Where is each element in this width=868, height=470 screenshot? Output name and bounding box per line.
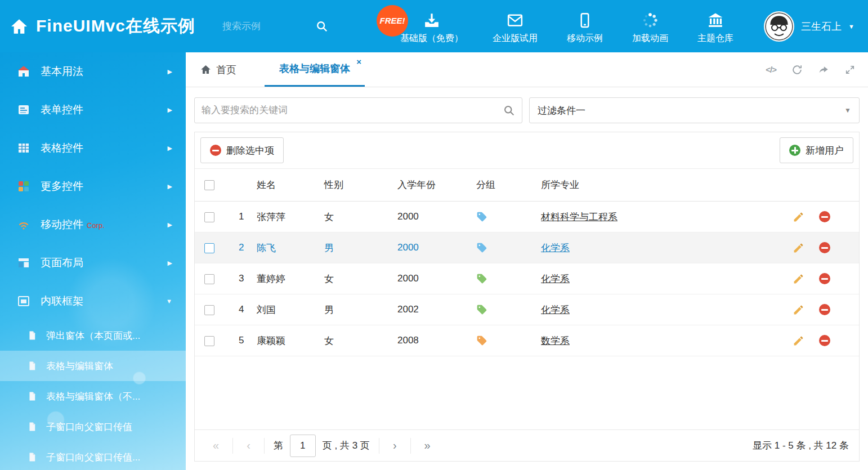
table-row[interactable]: 3 董婷婷 女 2000 化学系 [195, 263, 859, 294]
filter-dropdown-value: 过滤条件一 [538, 104, 585, 117]
app-logo[interactable]: FineUIMvc在线示例 [10, 15, 195, 38]
delete-row-icon[interactable] [819, 211, 830, 222]
major-link[interactable]: 化学系 [541, 305, 570, 315]
tab-bar: 首页 表格与编辑窗体 × </> [186, 52, 868, 87]
tab-label: 首页 [216, 63, 236, 77]
bank-icon [707, 12, 724, 29]
user-menu[interactable]: 三生石上 ▼ [764, 11, 854, 42]
cell-name: 陈飞 [257, 241, 324, 254]
select-all-checkbox[interactable] [204, 180, 214, 190]
last-page-button[interactable]: » [420, 439, 435, 452]
sidebar-subitem-child-to-parent-2[interactable]: 子窗口向父窗口传值... [0, 442, 186, 470]
chevron-right-icon: ▶ [168, 259, 172, 267]
keyword-search-box[interactable] [194, 97, 522, 123]
sidebar-item-form-controls[interactable]: 表单控件 ▶ [0, 91, 186, 129]
row-checkbox[interactable] [204, 212, 214, 222]
pager-divider [264, 438, 265, 454]
edit-pencil-icon[interactable] [793, 304, 804, 316]
nav-label: 主题仓库 [697, 33, 733, 44]
chevron-right-icon: ▶ [168, 145, 172, 152]
major-link[interactable]: 材料科学与工程系 [541, 212, 618, 222]
major-link[interactable]: 数学系 [541, 335, 570, 346]
source-code-icon[interactable]: </> [766, 65, 776, 74]
header-search-input[interactable] [222, 21, 307, 32]
table-header-row: 姓名 性别 入学年份 分组 所学专业 [195, 169, 859, 202]
main-content: 首页 表格与编辑窗体 × </> [186, 52, 868, 470]
sidebar-item-page-layout[interactable]: 页面布局 ▶ [0, 244, 186, 282]
sidebar-subitem-grid-edit-window[interactable]: 表格与编辑窗体 [0, 351, 186, 381]
search-icon[interactable] [503, 105, 515, 117]
tab-home[interactable]: 首页 [196, 52, 241, 87]
nav-item-loading-animation[interactable]: 加载动画 [632, 8, 668, 44]
nav-label: 基础版（免费） [400, 33, 463, 44]
next-page-button[interactable]: › [388, 439, 401, 452]
chevron-down-icon: ▼ [848, 23, 854, 30]
nav-item-theme-store[interactable]: 主题仓库 [697, 8, 733, 44]
delete-selected-button[interactable]: 删除选中项 [200, 137, 284, 163]
major-link[interactable]: 化学系 [541, 274, 570, 284]
row-checkbox[interactable] [204, 336, 214, 346]
filter-dropdown[interactable]: 过滤条件一 ▼ [529, 97, 860, 123]
refresh-icon[interactable] [791, 64, 803, 75]
expand-icon[interactable] [844, 64, 856, 75]
row-checkbox[interactable] [204, 243, 214, 253]
sidebar-item-more-controls[interactable]: 更多控件 ▶ [0, 167, 186, 205]
sidebar-item-mobile-controls[interactable]: 移动控件 Corp. ▶ [0, 205, 186, 244]
grid-icon [17, 141, 30, 155]
row-checkbox[interactable] [204, 274, 214, 284]
cell-year: 2002 [397, 304, 476, 315]
major-link[interactable]: 化学系 [541, 243, 570, 253]
nav-item-enterprise-trial[interactable]: 企业版试用 [493, 8, 538, 44]
delete-row-icon[interactable] [819, 273, 830, 284]
tab-grid-edit-window[interactable]: 表格与编辑窗体 × [265, 52, 365, 87]
page-input[interactable] [290, 435, 316, 457]
search-icon[interactable] [316, 20, 328, 33]
prev-page-button[interactable]: ‹ [242, 439, 255, 452]
corp-badge: Corp. [87, 221, 105, 230]
sidebar-item-iframe[interactable]: 内联框架 ▼ [0, 282, 186, 320]
header-nav: FREE! 基础版（免费） 企业版试用 移动示例 加载动画 主题仓库 [386, 8, 748, 44]
envelope-icon [507, 12, 524, 29]
sidebar-subitem-label: 表格与编辑窗体（不... [46, 390, 140, 403]
delete-row-icon[interactable] [819, 335, 830, 346]
first-page-button[interactable]: « [208, 439, 223, 452]
file-icon [27, 391, 37, 401]
sidebar-item-grid-controls[interactable]: 表格控件 ▶ [0, 129, 186, 167]
row-number: 1 [229, 211, 257, 222]
table-row[interactable]: 2 陈飞 男 2000 化学系 [195, 232, 859, 263]
sidebar-subitem-popup-window[interactable]: 弹出窗体（本页面或... [0, 320, 186, 351]
sidebar-subitem-label: 弹出窗体（本页面或... [46, 329, 140, 342]
pagination-bar: « ‹ 第 页 , 共 3 页 › » 显示 1 - 5 条 , 共 12 条 [195, 429, 859, 461]
app-title: FineUIMvc在线示例 [36, 15, 195, 38]
table-row[interactable]: 4 刘国 男 2002 化学系 [195, 294, 859, 325]
tag-icon [476, 273, 487, 284]
delete-row-icon[interactable] [819, 242, 830, 253]
col-header-group: 分组 [476, 178, 541, 191]
pager-divider [232, 438, 233, 454]
cell-name: 张萍萍 [257, 211, 324, 223]
sidebar-subitem-child-to-parent[interactable]: 子窗口向父窗口传值 [0, 411, 186, 442]
nav-item-basic-edition[interactable]: FREE! 基础版（免费） [400, 8, 463, 44]
edit-pencil-icon[interactable] [793, 211, 804, 223]
row-checkbox[interactable] [204, 305, 214, 315]
delete-row-icon[interactable] [819, 304, 830, 315]
close-icon[interactable]: × [356, 57, 361, 66]
edit-pencil-icon[interactable] [793, 273, 804, 285]
row-number: 4 [229, 304, 257, 315]
file-icon [27, 422, 37, 432]
edit-pencil-icon[interactable] [793, 242, 804, 254]
sidebar-subitem-grid-edit-window-2[interactable]: 表格与编辑窗体（不... [0, 381, 186, 411]
share-icon[interactable] [818, 64, 829, 75]
keyword-search-input[interactable] [202, 105, 503, 116]
add-user-button[interactable]: 新增用户 [780, 137, 853, 163]
table-row[interactable]: 1 张萍萍 女 2000 材料科学与工程系 [195, 202, 859, 232]
sidebar-item-label: 更多控件 [41, 179, 83, 194]
header-search[interactable] [222, 20, 341, 33]
table-row[interactable]: 5 康颖颖 女 2008 数学系 [195, 325, 859, 356]
file-icon [27, 330, 37, 341]
sidebar-item-basic-usage[interactable]: 基本用法 ▶ [0, 52, 186, 91]
page-label-before: 第 [274, 439, 283, 452]
edit-pencil-icon[interactable] [793, 335, 804, 347]
nav-item-mobile-demo[interactable]: 移动示例 [567, 8, 603, 44]
sidebar-item-label: 基本用法 [41, 64, 83, 79]
